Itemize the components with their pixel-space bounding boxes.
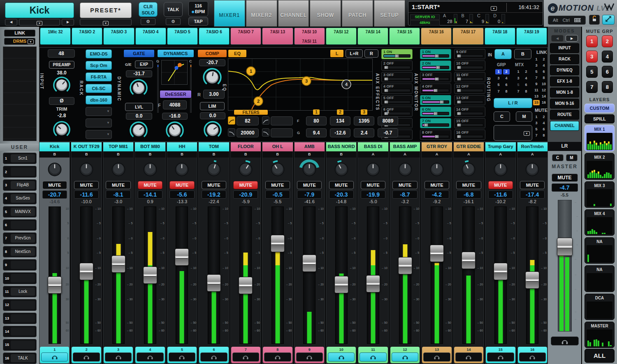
fader-value[interactable]: -11.6 <box>488 190 513 199</box>
eq-lr-button[interactable]: L+R <box>346 49 363 58</box>
gate-lvl-button[interactable]: LVL <box>125 103 153 111</box>
assign-6[interactable]: 6 <box>540 127 547 132</box>
hpf2-icon[interactable] <box>262 116 269 125</box>
user-key-2[interactable]: 2 <box>3 166 37 177</box>
deesser-range-value[interactable]: -16.0 <box>162 113 188 120</box>
mute-group-3[interactable]: 3 <box>586 51 598 63</box>
user-key-3[interactable]: 3FlipAB <box>3 179 37 191</box>
user-key-11[interactable]: 11Lock <box>3 286 37 297</box>
fader-value[interactable]: -6.8 <box>456 190 481 199</box>
trim-knob[interactable] <box>52 120 71 139</box>
master-fader-knob[interactable] <box>557 238 573 256</box>
aux-send[interactable]: 6 ON <box>420 107 451 117</box>
assign-5[interactable]: 5 <box>515 82 522 88</box>
master-fader[interactable]: 105051020305060 <box>548 198 581 334</box>
pan-knob[interactable] <box>326 158 356 181</box>
assign-9[interactable]: 9 <box>533 81 540 87</box>
aux-send-slider[interactable] <box>456 135 483 138</box>
tab-channel[interactable]: CHANNEL <box>278 0 309 27</box>
fader-knob[interactable] <box>271 235 285 252</box>
tab-mixer1[interactable]: MIXER1 <box>214 0 245 27</box>
routing-lr-button[interactable]: L / R <box>494 98 532 108</box>
channel-tab[interactable]: 7ASIO 6 <box>199 28 230 45</box>
channel-name[interactable]: Trump Gary <box>485 142 515 151</box>
tab-setup[interactable]: SETUP <box>374 0 405 27</box>
aux-send[interactable]: 3 OFF <box>420 72 451 82</box>
fader-value[interactable]: -20.7 <box>42 190 67 199</box>
aux-send[interactable]: 11 OFF <box>454 72 485 82</box>
user-key-15[interactable]: 15 <box>3 339 37 350</box>
channel-tab[interactable]: 7ASI 14 <box>357 28 388 45</box>
comp-makeup-value[interactable]: 0.0 <box>200 112 225 119</box>
hpf2-freq-value[interactable] <box>271 116 293 125</box>
channel-tab[interactable]: 7ASI 13 <box>262 28 293 45</box>
channel-tab[interactable]: 7ASIO 2 <box>72 28 102 45</box>
mute-button[interactable]: MUTE <box>169 181 194 189</box>
headphone-button[interactable] <box>264 352 291 362</box>
expander-button[interactable]: EXP <box>135 60 153 68</box>
preset-dropdown[interactable]: ▼ <box>80 19 132 26</box>
assign-4[interactable]: 4 <box>503 76 510 81</box>
fader-knob[interactable] <box>366 275 380 292</box>
preamp-gain-value[interactable]: 38.0 <box>49 70 74 76</box>
deesser-button[interactable]: DeESSER <box>160 90 192 98</box>
channel-next-button[interactable]: ▶ <box>62 19 74 26</box>
fader-value[interactable]: -19.9 <box>361 190 385 199</box>
link-group-selector[interactable]: DRMS▼ <box>4 38 35 45</box>
modes-next-arrow[interactable]: ▶ <box>566 35 578 42</box>
pan-knob[interactable] <box>262 158 292 181</box>
link-assign-grid[interactable]: 12345678910111213141516 <box>533 57 548 105</box>
fader-value[interactable]: -14.1 <box>138 190 162 199</box>
hpf-freq-value[interactable]: 82 <box>237 116 259 125</box>
lpf2-icon[interactable] <box>262 128 269 137</box>
comp-threshold-value[interactable]: -20.7 <box>199 59 225 66</box>
assign-7[interactable]: 7 <box>515 89 522 94</box>
assign-5[interactable]: 5 <box>495 82 502 88</box>
layer-master[interactable]: MASTER <box>585 322 615 348</box>
layer-mix-2[interactable]: MIX 2 <box>585 153 615 179</box>
user-key-6[interactable]: 6 <box>3 219 37 231</box>
assign-7[interactable]: 7 <box>533 75 540 81</box>
fader[interactable]: 105051020305060 <box>199 205 229 346</box>
headphone-button[interactable] <box>41 352 68 362</box>
headphone-button[interactable] <box>296 352 323 362</box>
pan-knob[interactable] <box>295 158 325 181</box>
user-key-1[interactable]: 1Scn1 <box>3 153 37 164</box>
layer-mix-4[interactable]: MIX 4 <box>585 209 615 236</box>
channel-prev-button[interactable]: ◀ <box>5 19 17 26</box>
mute-button[interactable]: MUTE <box>424 181 449 189</box>
aux-send-slider[interactable] <box>422 66 449 69</box>
assign-7[interactable]: 7 <box>533 133 540 138</box>
preamp-gain-knob[interactable] <box>52 76 71 95</box>
aux-send[interactable]: 15 OFF <box>454 118 485 128</box>
comp-section-button[interactable]: COMP <box>197 49 227 58</box>
mute-group-5[interactable]: 5 <box>586 66 598 78</box>
gate-section-button[interactable]: GATE <box>123 49 155 58</box>
channel-tab[interactable]: 7ASIO 4 <box>135 28 166 45</box>
aux-send[interactable]: 8 OFF <box>420 130 451 140</box>
assign-6[interactable]: 6 <box>540 69 547 74</box>
lpf-freq-value[interactable]: 20000 <box>237 128 259 137</box>
pan-knob[interactable] <box>485 158 515 181</box>
mute-group-6[interactable]: 6 <box>602 66 613 78</box>
fader-knob[interactable] <box>525 271 539 289</box>
assign-3[interactable]: 3 <box>533 63 540 68</box>
assign-16[interactable]: 16 <box>540 100 547 105</box>
channel-name[interactable]: RonTrmbn <box>517 142 547 151</box>
assign-8[interactable]: 8 <box>540 75 547 81</box>
aux-send-slider[interactable] <box>422 135 449 138</box>
mute-button[interactable]: MUTE <box>392 181 417 189</box>
fader-value[interactable]: -8.1 <box>106 190 130 199</box>
master-center-button[interactable]: C <box>552 154 564 161</box>
mute-button[interactable]: MUTE <box>520 181 545 189</box>
aux-send[interactable]: 2 OFF <box>381 60 413 71</box>
mute-button[interactable]: MUTE <box>138 181 162 189</box>
routing-extra-dropdown[interactable]: ▼ <box>494 125 532 141</box>
talkback-button[interactable]: TALK <box>164 2 183 17</box>
fader-value[interactable]: -20.3 <box>329 190 354 199</box>
channel-name[interactable]: TOM <box>199 142 229 151</box>
eq-curve-graph[interactable]: 1234 <box>228 58 373 111</box>
dynamics-section-button[interactable]: DYNAMICS <box>157 49 194 58</box>
headphone-button[interactable] <box>423 352 450 362</box>
eq-band-1-header[interactable]: 1 <box>313 109 320 115</box>
